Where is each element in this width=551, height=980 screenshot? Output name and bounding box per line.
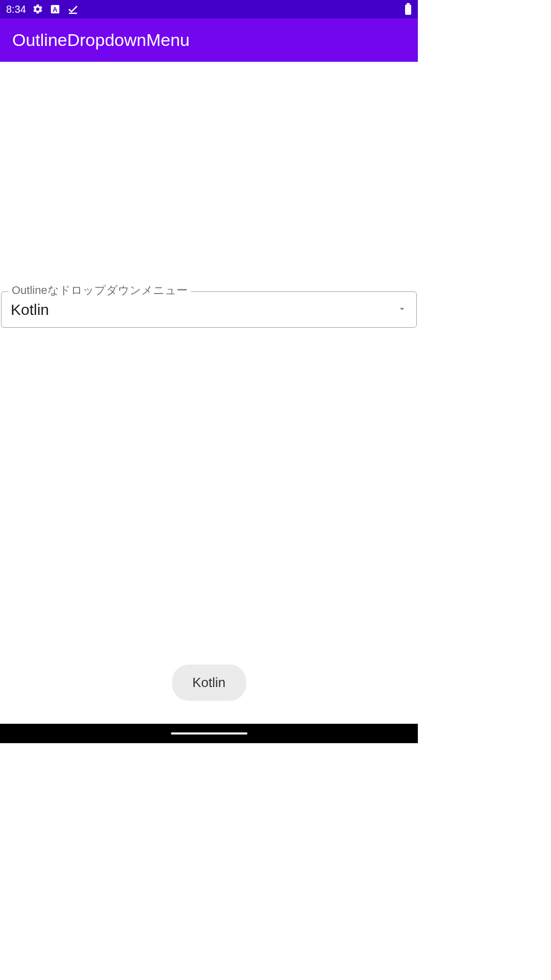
status-bar-right	[405, 3, 412, 15]
status-time: 8:34	[6, 4, 26, 15]
svg-rect-3	[405, 5, 411, 15]
navigation-bar[interactable]	[0, 724, 418, 743]
content-area: Outlineなドロップダウンメニュー Kotlin Kotlin	[0, 62, 418, 724]
status-bar: 8:34 A	[0, 0, 418, 18]
snackbar-text: Kotlin	[192, 675, 226, 690]
nav-handle[interactable]	[171, 732, 247, 734]
gear-icon	[32, 4, 43, 15]
dropdown-selected-value: Kotlin	[11, 301, 397, 318]
status-bar-left: 8:34 A	[6, 3, 79, 15]
keyboard-icon: A	[49, 4, 61, 15]
svg-rect-4	[407, 3, 410, 5]
dropdown-label: Outlineなドロップダウンメニュー	[9, 285, 191, 296]
dropdown-container: Outlineなドロップダウンメニュー Kotlin	[1, 291, 417, 328]
outlined-dropdown-field[interactable]: Outlineなドロップダウンメニュー Kotlin	[1, 291, 417, 328]
app-bar: OutlineDropdownMenu	[0, 18, 418, 62]
battery-icon	[405, 3, 412, 15]
app-title: OutlineDropdownMenu	[12, 30, 190, 50]
svg-text:A: A	[53, 6, 57, 13]
snackbar: Kotlin	[172, 665, 246, 701]
checkmark-icon	[67, 3, 79, 15]
status-icons: A	[32, 3, 79, 15]
chevron-down-icon	[397, 304, 407, 316]
